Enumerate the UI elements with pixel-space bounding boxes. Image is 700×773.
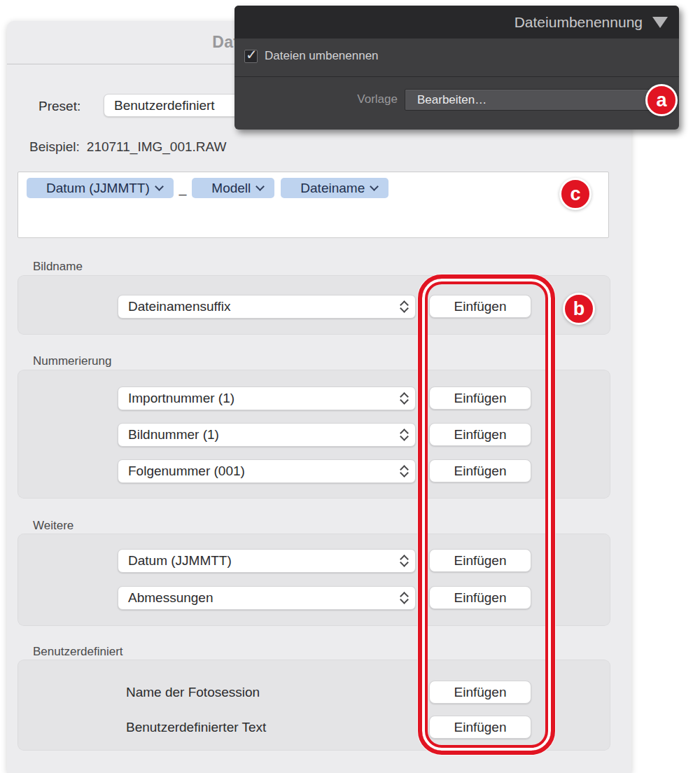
rename-files-checkbox[interactable]: ✓	[244, 50, 258, 63]
dateiumbenennung-panel: Dateiumbenennung ✓ Dateien umbenennen Vo…	[234, 6, 679, 130]
stepper-icon	[400, 300, 408, 314]
panel-header[interactable]: Dateiumbenennung	[234, 6, 679, 39]
insert-button-fotosession[interactable]: Einfügen	[429, 681, 531, 704]
benutzerdefinierter-text-label: Benutzerdefinierter Text	[126, 716, 266, 739]
token-model[interactable]: Modell	[192, 178, 274, 198]
token-row: Datum (JJMMTT) _ Modell Dateiname	[18, 172, 608, 198]
insert-button-abmessungen[interactable]: Einfügen	[429, 586, 531, 609]
stepper-icon	[400, 391, 408, 405]
rename-files-label: Dateien umbenennen	[265, 49, 379, 63]
vorlage-row: Vorlage Bearbeiten…	[234, 89, 679, 111]
bildnummer-select[interactable]: Bildnummer (1)	[118, 423, 416, 447]
chevron-down-icon	[370, 182, 379, 191]
filename-template-editor-dialog: Dateinamenvorlagen-Editor Preset: Benutz…	[7, 21, 631, 773]
bildnummer-select-value: Bildnummer (1)	[118, 427, 415, 443]
importnummer-select-value: Importnummer (1)	[118, 391, 415, 406]
vorlage-label: Vorlage	[357, 92, 398, 106]
annotation-badge-b: b	[563, 293, 595, 325]
section-benutzerdefiniert: Name der Fotosession Einfügen Benutzerde…	[18, 660, 610, 751]
datum-select-value: Datum (JJMMTT)	[118, 553, 415, 569]
collapse-triangle-icon[interactable]	[652, 17, 668, 28]
section-bildname: Dateinamensuffix Einfügen	[18, 275, 610, 335]
bildname-select-value: Dateinamensuffix	[118, 299, 415, 314]
example-row: Beispiel:210711_IMG_001.RAW	[29, 139, 226, 155]
token-model-label: Modell	[211, 181, 251, 196]
importnummer-select[interactable]: Importnummer (1)	[118, 386, 416, 410]
chevron-down-icon	[155, 182, 164, 191]
token-filename[interactable]: Dateiname	[281, 178, 388, 198]
section-nummerierung: Importnummer (1) Einfügen Bildnummer (1)…	[18, 370, 610, 499]
token-date-label: Datum (JJMMTT)	[46, 181, 150, 196]
example-value: 210711_IMG_001.RAW	[87, 139, 227, 154]
chevron-down-icon	[255, 182, 265, 191]
insert-button-bildnummer[interactable]: Einfügen	[429, 423, 531, 446]
panel-title: Dateiumbenennung	[514, 14, 643, 31]
insert-button-folgenummer[interactable]: Einfügen	[429, 459, 531, 482]
vorlage-template-dropdown[interactable]: Bearbeiten…	[405, 89, 671, 111]
token-date[interactable]: Datum (JJMMTT)	[27, 178, 174, 198]
vorlage-value: Bearbeiten…	[417, 93, 486, 107]
example-label: Beispiel:	[29, 139, 80, 154]
token-filename-label: Dateiname	[300, 181, 365, 196]
annotation-badge-a: a	[645, 84, 678, 116]
token-separator: _	[179, 181, 187, 196]
stepper-icon	[400, 591, 408, 605]
folgenummer-select[interactable]: Folgenummer (001)	[118, 459, 416, 483]
section-label-benutzerdefiniert: Benutzerdefiniert	[33, 645, 123, 659]
insert-button-datum[interactable]: Einfügen	[429, 549, 531, 572]
section-label-weitere: Weitere	[33, 519, 74, 533]
bildname-select[interactable]: Dateinamensuffix	[118, 295, 416, 319]
fotosession-label: Name der Fotosession	[126, 681, 260, 704]
insert-button-bildname[interactable]: Einfügen	[429, 295, 531, 318]
datum-select[interactable]: Datum (JJMMTT)	[118, 549, 416, 573]
abmessungen-select[interactable]: Abmessungen	[118, 586, 416, 610]
stepper-icon	[400, 554, 408, 568]
stepper-icon	[400, 428, 408, 442]
rename-files-row: ✓ Dateien umbenennen	[244, 49, 379, 63]
annotation-badge-c: c	[559, 178, 592, 210]
section-weitere: Datum (JJMMTT) Einfügen Abmessungen Einf…	[18, 534, 610, 626]
template-token-area[interactable]: Datum (JJMMTT) _ Modell Dateiname	[18, 172, 609, 238]
stepper-icon	[400, 464, 408, 478]
panel-divider	[234, 76, 679, 77]
insert-button-importnummer[interactable]: Einfügen	[429, 386, 531, 410]
preset-label: Preset:	[38, 99, 80, 114]
checkmark-icon: ✓	[246, 46, 258, 63]
folgenummer-select-value: Folgenummer (001)	[118, 464, 415, 479]
section-label-nummerierung: Nummerierung	[33, 354, 111, 368]
section-label-bildname: Bildname	[33, 260, 83, 274]
insert-button-benutzerdefinierter-text[interactable]: Einfügen	[429, 716, 531, 739]
abmessungen-select-value: Abmessungen	[118, 590, 415, 606]
